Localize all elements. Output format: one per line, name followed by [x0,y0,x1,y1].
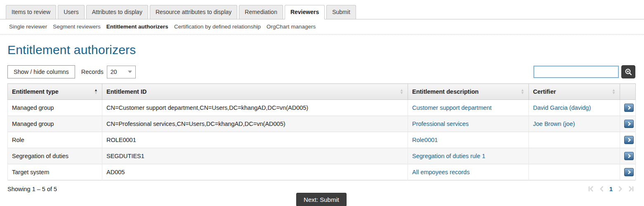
entitlement-description-cell: Customer support department [408,100,529,116]
subnav-item-certification-by-defined-relationship[interactable]: Certification by defined relationship [174,24,261,30]
row-details-button[interactable] [624,168,634,176]
tab-users[interactable]: Users [58,5,85,19]
tab-reviewers[interactable]: Reviewers [285,5,325,19]
table-header: Entitlement type▲▼Entitlement ID▲▼Entitl… [8,84,636,100]
last-page-button[interactable] [626,185,635,192]
chevron-right-icon [627,170,632,175]
entitlement-description-link[interactable]: All empoyees records [412,169,469,175]
previous-page-button[interactable] [598,185,605,192]
row-details-button[interactable] [624,104,634,112]
records-select[interactable]: 20 [107,66,136,78]
entitlement-id-cell: ROLE0001 [102,132,408,148]
row-details-button[interactable] [624,120,634,128]
column-header-entitlement-description[interactable]: Entitlement description▲▼ [408,84,529,100]
entitlement-description-cell: All empoyees records [408,164,529,180]
next-page-icon [618,185,623,192]
table-toolbar: Show / hide columns Records 20 [7,65,635,78]
chevron-down-icon [128,71,132,73]
certifier-link[interactable]: David Garcia (davidg) [533,104,591,111]
certifier-cell [529,132,620,148]
certifier-link[interactable]: Joe Brown (joe) [533,121,575,127]
table-footer: Showing 1 – 5 of 5 1 [7,185,635,192]
certifier-cell [529,164,620,180]
entitlement-type-cell: Segregation of duties [8,148,102,164]
row-action-cell [620,148,636,164]
subnav-item-entitlement-authorizers[interactable]: Entitlement authorizers [106,24,168,30]
search-button[interactable] [621,65,635,78]
tab-submit[interactable]: Submit [326,5,356,19]
row-details-button[interactable] [624,152,634,160]
entitlement-description-cell: Role0001 [408,132,529,148]
wizard-next-row: Next: Submit [7,193,635,206]
tab-attributes-to-display[interactable]: Attributes to display [86,5,148,19]
entitlement-id-cell: AD005 [102,164,408,180]
row-action-cell [620,100,636,116]
subnav-item-segment-reviewers[interactable]: Segment reviewers [53,24,101,30]
subnav-item-single-reviewer[interactable]: Single reviewer [9,24,47,30]
entitlement-description-link[interactable]: Role0001 [412,137,438,143]
pagination: 1 [587,185,635,192]
entitlement-type-cell: Managed group [8,100,102,116]
column-header-label: Entitlement type [12,88,59,95]
table-row: Segregation of dutiesSEGDUTIES1Segregati… [8,148,636,164]
main-tab-bar: Items to reviewUsersAttributes to displa… [0,0,644,19]
column-header-entitlement-type[interactable]: Entitlement type▲▼ [8,84,102,100]
chevron-right-icon [627,121,632,126]
column-header-label: Entitlement ID [106,88,146,95]
certifier-cell: Joe Brown (joe) [529,116,620,132]
entitlement-description-link[interactable]: Segregation of duties rule 1 [412,153,485,159]
tab-items-to-review[interactable]: Items to review [6,5,56,19]
sort-icon: ▲▼ [521,89,524,95]
entitlement-authorizers-table: Entitlement type▲▼Entitlement ID▲▼Entitl… [7,83,636,180]
current-page-number[interactable]: 1 [609,185,613,192]
zoom-in-icon [625,68,632,76]
chevron-right-icon [627,154,632,159]
first-page-button[interactable] [587,185,596,192]
next-page-button[interactable] [617,185,624,192]
sort-icon: ▲▼ [94,89,98,95]
chevron-right-icon [627,137,632,142]
tab-resource-attributes-to-display[interactable]: Resource attributes to display [150,5,237,19]
next-submit-button[interactable]: Next: Submit [296,193,347,206]
entitlement-id-cell: CN=Professional services,CN=Users,DC=kha… [102,116,408,132]
chevron-right-icon [627,105,632,110]
column-header-certifier[interactable]: Certifier▲▼ [529,84,620,100]
table-row: RoleROLE0001Role0001 [8,132,636,148]
entitlement-id-cell: SEGDUTIES1 [102,148,408,164]
column-header-label: Certifier [533,88,556,95]
table-row: Managed groupCN=Customer support departm… [8,100,636,116]
table-row: Target systemAD005All empoyees records [8,164,636,180]
entitlement-description-link[interactable]: Customer support department [412,104,492,111]
certifier-cell: David Garcia (davidg) [529,100,620,116]
row-action-cell [620,132,636,148]
table-body: Managed groupCN=Customer support departm… [8,100,636,180]
entitlement-description-cell: Professional services [408,116,529,132]
records-select-value: 20 [111,69,117,75]
subnav-item-orgchart-managers[interactable]: OrgChart managers [267,24,316,30]
column-header-label: Entitlement description [412,88,479,95]
certifier-cell [529,148,620,164]
entitlement-type-cell: Managed group [8,116,102,132]
sort-icon: ▲▼ [612,89,616,95]
sort-icon: ▲▼ [400,89,403,95]
show-hide-columns-button[interactable]: Show / hide columns [7,65,75,78]
entitlement-id-cell: CN=Customer support department,CN=Users,… [102,100,408,116]
entitlement-description-cell: Segregation of duties rule 1 [408,148,529,164]
column-header-entitlement-id[interactable]: Entitlement ID▲▼ [102,84,408,100]
first-page-icon [587,185,595,192]
entitlement-type-cell: Target system [8,164,102,180]
column-header-actions [620,84,636,100]
showing-text: Showing 1 – 5 of 5 [7,186,57,192]
row-action-cell [620,116,636,132]
previous-page-icon [599,185,604,192]
table-row: Managed groupCN=Professional services,CN… [8,116,636,132]
entitlement-type-cell: Role [8,132,102,148]
row-action-cell [620,164,636,180]
entitlement-description-link[interactable]: Professional services [412,121,469,127]
page-title: Entitlement authorizers [7,43,635,57]
tab-remediation[interactable]: Remediation [239,5,283,19]
search-input[interactable] [533,66,619,78]
row-details-button[interactable] [624,136,634,144]
records-label: Records [81,69,104,75]
reviewers-subnav: Single reviewerSegment reviewersEntitlem… [0,19,644,35]
